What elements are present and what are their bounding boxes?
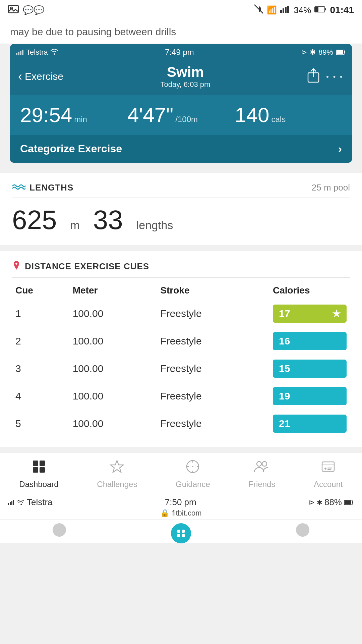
image-icon [8,4,19,16]
signal-icon [280,5,290,15]
back-label[interactable]: Exercise [25,71,63,82]
friends-icon [254,459,270,477]
calories-unit: cals [271,115,286,124]
duration-value: 29:54 [20,103,72,127]
challenges-label: Challenges [97,480,137,489]
back-chevron-icon: ‹ [18,69,22,84]
scroll-hint-text: may be due to pausing between drills [0,20,362,44]
cell-stroke-1: Freestyle [157,327,269,355]
col-meter: Meter [69,281,157,300]
pool-size: 25 m pool [312,182,350,193]
account-label: Account [314,480,343,489]
svg-rect-42 [352,501,353,503]
cell-meter-4: 100.00 [69,410,157,437]
calorie-value-1: 16 [279,335,290,347]
peek-dot-right [296,523,309,537]
status-bar-top: 💬💬 📶 34% 01:41 [0,0,362,20]
calorie-bar-1: 16 [273,332,347,350]
bluetooth-icon: 📶 [267,5,277,15]
table-row: 4100.00Freestyle19 [12,382,350,410]
back-button[interactable]: ‹ Exercise [18,69,63,84]
svg-rect-19 [33,461,38,466]
cell-cue-3: 4 [12,382,69,410]
svg-point-18 [15,263,17,265]
svg-rect-35 [327,468,332,469]
table-row: 2100.00Freestyle16 [12,327,350,355]
calorie-value-3: 19 [279,390,290,402]
bottom-battery: ⊳ ✱ 88% [309,497,354,507]
share-icon[interactable] [307,68,319,85]
bottom-site-row: 🔒 fitbit.com [160,509,201,518]
top-left-icons: 💬💬 [8,4,44,16]
svg-rect-37 [8,503,9,505]
bottom-nav-arrow: ⊳ [309,498,315,507]
svg-rect-47 [182,534,185,537]
time-display: 01:41 [330,5,354,15]
bottom-status-row1: Telstra 7:50 pm ⊳ ✱ 88% [8,497,354,507]
svg-point-30 [257,462,261,466]
fitbit-header: ‹ Exercise Swim Today, 6:03 pm ● ● ● [10,61,352,95]
svg-point-34 [324,468,326,470]
distance-unit: m [70,219,79,232]
workout-subtitle: Today, 6:03 pm [161,80,210,89]
col-stroke: Stroke [157,281,269,300]
svg-rect-4 [283,8,284,13]
nav-item-challenges[interactable]: Challenges [97,459,137,489]
more-options-icon[interactable]: ● ● ● [326,74,344,79]
stat-calories: 140 cals [235,103,342,127]
svg-rect-20 [40,461,45,466]
cell-meter-0: 100.00 [69,300,157,327]
bottom-site: fitbit.com [172,509,201,518]
categorize-bar[interactable]: Categorize Exercise › [10,135,352,163]
nav-item-friends[interactable]: Friends [248,459,275,489]
pace-value: 4'47" [127,103,173,127]
battery-icon [314,5,326,15]
cell-calories-1: 16 [269,327,350,355]
star-icon-0: ★ [332,308,341,319]
cell-stroke-2: Freestyle [157,355,269,382]
lengths-section: LENGTHS 25 m pool 625 m 33 lengths [0,173,362,245]
svg-rect-43 [345,500,351,504]
cell-stroke-3: Freestyle [157,382,269,410]
cell-cue-4: 5 [12,410,69,437]
cell-cue-0: 1 [12,300,69,327]
bottom-nav: Dashboard Challenges Guidance [0,453,362,492]
cues-section-title-text: DISTANCE EXERCISE CUES [25,261,149,272]
header-title-block: Swim Today, 6:03 pm [161,64,210,89]
cell-meter-2: 100.00 [69,355,157,382]
lengths-data: 625 m 33 lengths [12,205,350,235]
lengths-count-value: 33 [93,205,123,235]
cell-stroke-0: Freestyle [157,300,269,327]
wifi-icon [51,49,58,56]
svg-rect-3 [280,10,282,13]
table-row: 3100.00Freestyle15 [12,355,350,382]
workout-title: Swim [161,64,210,80]
svg-rect-10 [16,53,17,55]
nav-item-guidance[interactable]: Guidance [176,459,210,489]
guidance-icon [185,459,200,477]
svg-rect-40 [13,500,14,505]
cell-cue-2: 3 [12,355,69,382]
svg-rect-6 [287,6,289,13]
cues-table: Cue Meter Stroke Calories 1100.00Freesty… [12,281,350,437]
cell-calories-0: 17★ [269,300,350,327]
categorize-chevron-icon: › [338,142,342,155]
calories-value: 140 [235,103,269,127]
inner-bt-icon: ✱ [310,48,316,57]
guidance-label: Guidance [176,480,210,489]
inner-carrier: Telstra [26,48,48,57]
nav-item-account[interactable]: Account [314,459,343,489]
battery-percent: 34% [294,5,311,15]
lengths-title: LENGTHS [12,182,73,193]
cell-stroke-4: Freestyle [157,410,269,437]
nav-item-dashboard[interactable]: Dashboard [19,459,58,489]
svg-rect-45 [182,530,185,533]
calorie-value-2: 15 [279,363,290,374]
svg-point-25 [192,466,193,467]
account-icon [321,459,336,477]
challenges-icon [110,459,124,477]
friends-label: Friends [248,480,275,489]
top-right-icons: 📶 34% 01:41 [254,4,354,16]
svg-rect-38 [10,502,11,505]
fitbit-card: Telstra 7:49 pm ⊳ ✱ 89% ‹ Exercise Swim … [10,44,352,163]
